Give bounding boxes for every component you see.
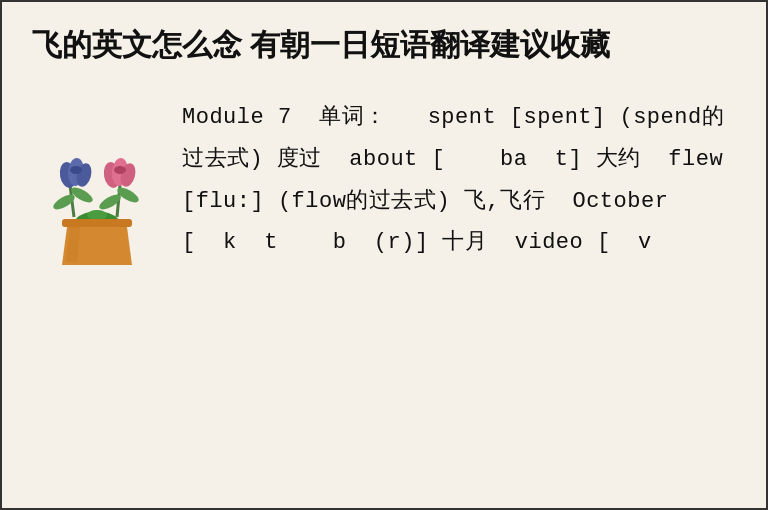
- title-section: 飞的英文怎么念 有朝一日短语翻译建议收藏: [32, 22, 736, 77]
- page-title: 飞的英文怎么念 有朝一日短语翻译建议收藏: [32, 22, 736, 67]
- page-container: 飞的英文怎么念 有朝一日短语翻译建议收藏: [0, 0, 768, 510]
- article-text: Module 7 单词： spent [spent] (spend的过去式) 度…: [182, 97, 736, 264]
- svg-point-13: [114, 166, 126, 174]
- flower-illustration: [32, 107, 162, 267]
- svg-rect-17: [62, 219, 132, 227]
- content-paragraph: Module 7 单词： spent [spent] (spend的过去式) 度…: [182, 105, 724, 255]
- svg-point-6: [70, 166, 82, 174]
- content-section: Module 7 单词： spent [spent] (spend的过去式) 度…: [32, 97, 736, 267]
- flower-svg: [32, 107, 162, 267]
- svg-point-16: [87, 210, 107, 220]
